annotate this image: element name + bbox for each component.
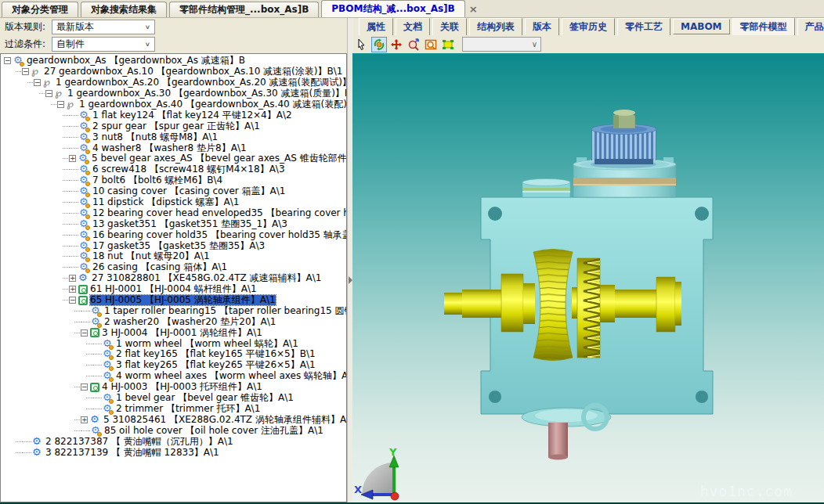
tree-node[interactable]: −27 geardownbox_As.10 【geardownbox_As.10… (1, 67, 346, 77)
tree-node-label[interactable]: 11 dipstick 【dipstick 螺塞】A\1 (92, 197, 239, 207)
tree-node[interactable]: +5 bevel gear axes_AS 【bevel gear axes_A… (1, 153, 346, 164)
collapse-toggle-icon[interactable]: − (81, 383, 88, 391)
tree-node[interactable]: −geardownbox_As 【geardownbox_As 减速箱】B (1, 56, 346, 67)
tree-node[interactable]: 2 trimmer 【trimmer 托环】A\1 (1, 404, 346, 415)
tree-node[interactable]: +27 310828801 【XE458G.02.4TZ 减速箱辅料】A\1 (1, 273, 346, 284)
tree-node-label[interactable]: 61 HJ-0001 【HJ-0004 蜗杆组件】A\1 (90, 284, 257, 294)
filter-condition-dropdown[interactable]: 自制件 ∨ (52, 37, 155, 52)
tree-node-label[interactable]: 6 screw418 【screw418 螺钉M4×18】A\3 (92, 164, 285, 175)
tree-node[interactable]: −4 HJ-0003 【HJ-0003 托环组件】A\1 (1, 382, 346, 393)
tree-node-label[interactable]: 1 bevel gear 【bevel gear 锥齿轮】A\1 (116, 393, 294, 403)
main-tab[interactable]: 对象分类管理 (2, 2, 78, 17)
tree-node-label[interactable]: 13 gasket351 【gasket351 垫圈35_1】A\3 (92, 219, 287, 229)
tree-node[interactable]: 16 bearing cover hold35 【bearing cover h… (1, 229, 346, 240)
main-tab[interactable]: PBOM结构_减...box_As]B (321, 0, 464, 17)
tree-node[interactable]: −1 geardownbox_As.40 【geardownbox_As.40 … (1, 99, 346, 110)
tree-node-label[interactable]: 5 bevel gear axes_AS 【bevel gear axes_AS… (92, 153, 347, 164)
tree-node[interactable]: 2 spur gear 【spur gear 正齿轮】A\1 (1, 121, 346, 131)
expand-toggle-icon[interactable]: + (69, 275, 76, 282)
zoom-window-icon[interactable] (423, 37, 439, 52)
tree-node-label[interactable]: 5 310825461 【XE288G.02.4TZ 涡轮轴承组件辅料】A\1 (103, 415, 347, 425)
tree-node-label[interactable]: 2 washer20 【washer20 垫片20】A\1 (104, 317, 276, 327)
version-rule-dropdown[interactable]: 最新版本 ∨ (52, 20, 155, 34)
tree-node-label[interactable]: 1 geardownbox_As.40 【geardownbox_As.40 减… (79, 99, 347, 110)
pan-view-icon[interactable] (389, 37, 404, 52)
input-pinion-gear[interactable] (591, 124, 656, 165)
collapse-toggle-icon[interactable]: − (22, 68, 29, 75)
expand-toggle-icon[interactable]: + (69, 286, 76, 293)
tree-node[interactable]: 3 822137139 【 黄油嘴帽 12833】A\1 (1, 447, 346, 458)
tree-node[interactable]: 1 bevel gear 【bevel gear 锥齿轮】A\1 (1, 393, 346, 404)
tree-node[interactable]: 6 screw418 【screw418 螺钉M4×18】A\3 (1, 164, 346, 175)
tree-node[interactable]: 2 washer20 【washer20 垫片20】A\1 (1, 316, 346, 327)
tree-node[interactable]: 1 flat key124 【flat key124 平键12×4】A\2 (1, 110, 346, 121)
detail-tab[interactable]: 零件工艺 (617, 18, 670, 35)
main-tab[interactable]: 零部件结构管理_...box_As]B (169, 2, 319, 17)
tree-node[interactable]: 4 worm wheel axes 【worm wheel axes 蜗轮轴】A… (1, 371, 346, 382)
bevel-gear[interactable] (577, 258, 600, 358)
tree-node-label[interactable]: 65 HJ-0005 【HJ-0005 涡轮轴承组件】A\1 (90, 295, 276, 305)
tree-node-label[interactable]: 3 nut8 【nut8 螺母M8】A\1 (92, 132, 218, 142)
hex-nub[interactable] (613, 110, 635, 128)
collapse-toggle-icon[interactable]: − (81, 329, 88, 337)
tree-node-label[interactable]: 4 HJ-0003 【HJ-0003 托环组件】A\1 (102, 382, 262, 392)
detail-tab[interactable]: MABOM (673, 19, 730, 34)
tree-node[interactable]: 85 oil hole cover 【oil hole cover 注油孔盖】A… (1, 425, 346, 436)
tree-node-label[interactable]: 12 bearing cover head enveloped35 【beari… (92, 208, 347, 218)
tree-node-label[interactable]: 1 taper roller bearing15 【taper roller b… (104, 306, 347, 316)
rotate-view-icon[interactable] (371, 37, 387, 52)
detail-tab[interactable]: 版本 (525, 18, 559, 35)
collapse-toggle-icon[interactable]: − (57, 101, 64, 108)
tree-node[interactable]: 18 nut 【nut 螺母20】A\1 (1, 251, 346, 262)
tree-node-label[interactable]: 4 worm wheel axes 【worm wheel axes 蜗轮轴】A… (116, 371, 347, 381)
bom-tree[interactable]: −geardownbox_As 【geardownbox_As 减速箱】B−27… (0, 53, 347, 502)
tree-node[interactable]: −3 HJ-0004 【HJ-0001 涡轮组件】A\1 (1, 327, 346, 338)
tab-close-icon[interactable]: × (469, 3, 478, 15)
tree-node[interactable]: 4 washer8 【washer8 垫片8】A\1 (1, 142, 346, 153)
lower-shaft[interactable] (548, 423, 568, 460)
detail-tab[interactable]: 签审历史 (562, 18, 615, 35)
detail-tab[interactable]: 属性 (359, 18, 393, 35)
detail-tab[interactable]: 文档 (396, 18, 430, 35)
tree-node[interactable]: 1 taper roller bearing15 【taper roller b… (1, 305, 346, 316)
expand-toggle-icon[interactable]: + (81, 416, 88, 423)
view-preset-dropdown[interactable]: ∨ (462, 37, 541, 52)
model-viewport[interactable]: Y X hvo1nc.com (352, 55, 824, 502)
zoom-view-icon[interactable] (406, 37, 421, 52)
tree-node[interactable]: +61 HJ-0001 【HJ-0004 蜗杆组件】A\1 (1, 284, 346, 295)
tree-node-label[interactable]: 4 washer8 【washer8 垫片8】A\1 (92, 143, 247, 153)
bearing-cover-small[interactable] (522, 179, 570, 198)
collapse-toggle-icon[interactable]: − (69, 297, 76, 304)
tree-node[interactable]: 1 worm wheel 【worm wheel 蜗轮】A\1 (1, 338, 346, 349)
tree-node-label[interactable]: 7 bolt6 【bolt6 螺栓M6】B\4 (92, 175, 222, 185)
fit-view-icon[interactable] (440, 37, 456, 52)
tree-node[interactable]: −1 geardownbox_As.20 【geardownbox_As.20 … (1, 77, 346, 88)
tree-node[interactable]: −65 HJ-0005 【HJ-0005 涡轮轴承组件】A\1 (1, 295, 346, 306)
tree-node-label[interactable]: 3 822137139 【 黄油嘴帽 12833】A\1 (45, 448, 219, 458)
tree-node-label[interactable]: 1 geardownbox_As.30 【geardownbox_As.30 减… (67, 88, 347, 99)
tree-node[interactable]: 13 gasket351 【gasket351 垫圈35_1】A\3 (1, 218, 346, 229)
detail-tab[interactable]: 零部件模型 (732, 18, 795, 35)
tree-node[interactable]: +5 310825461 【XE288G.02.4TZ 涡轮轴承组件辅料】A\1 (1, 414, 346, 425)
tree-node-label[interactable]: 16 bearing cover hold35 【bearing cover h… (92, 230, 347, 240)
tree-node-label[interactable]: 27 geardownbox_As.10 【geardownbox_As.10 … (44, 67, 342, 77)
collapse-toggle-icon[interactable]: − (4, 57, 11, 64)
collapse-toggle-icon[interactable]: − (45, 90, 52, 97)
tree-node[interactable]: 10 casing cover 【casing cover 箱盖】A\1 (1, 186, 346, 197)
tree-node-label[interactable]: 1 geardownbox_As.20 【geardownbox_As.20 减… (56, 77, 347, 88)
select-cursor-icon[interactable] (354, 37, 370, 52)
tree-node-label[interactable]: 26 casing 【casing 箱体】A\1 (92, 262, 227, 272)
tree-node[interactable]: 11 dipstick 【dipstick 螺塞】A\1 (1, 197, 346, 208)
expand-toggle-icon[interactable]: + (69, 155, 76, 162)
detail-tab[interactable]: 结构列表 (469, 18, 522, 35)
tree-node[interactable]: 2 822137387 【 黄油嘴帽（沉孔用）】A\1 (1, 436, 346, 447)
tree-node[interactable]: −1 geardownbox_As.30 【geardownbox_As.30 … (1, 88, 346, 99)
tree-node[interactable]: 3 flat key265 【flat key265 平键26×5】A\1 (1, 360, 346, 371)
tree-node[interactable]: 3 nut8 【nut8 螺母M8】A\1 (1, 131, 346, 142)
tree-node[interactable]: 7 bolt6 【bolt6 螺栓M6】B\4 (1, 175, 346, 186)
tree-node-label[interactable]: 27 310828801 【XE458G.02.4TZ 减速箱辅料】A\1 (92, 273, 321, 283)
tree-node-label[interactable]: 10 casing cover 【casing cover 箱盖】A\1 (92, 186, 285, 196)
tree-node[interactable]: 12 bearing cover head enveloped35 【beari… (1, 207, 346, 218)
tree-node-label[interactable]: 17 gasket35 【gasket35 垫圈35】A\3 (92, 241, 265, 251)
main-tab[interactable]: 对象搜索结果集 (81, 2, 167, 17)
